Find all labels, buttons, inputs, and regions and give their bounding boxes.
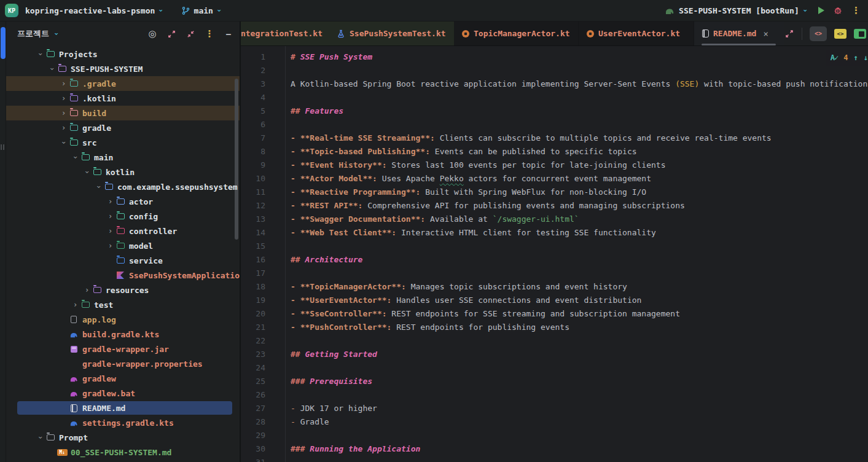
code-area[interactable]: # SSE Push SystemA Kotlin-based Spring B… — [286, 46, 868, 462]
collapse-window-icon[interactable] — [186, 29, 195, 39]
tree-item-config[interactable]: ›config — [6, 209, 240, 224]
tree-item-settings-gradle-kts[interactable]: settings.gradle.kts — [6, 415, 240, 430]
run-configuration-selector[interactable]: SSE-PUSH-SYSTEM [bootRun] › — [662, 4, 810, 17]
project-selector-button[interactable]: kopring-reactive-labs-psmon › — [23, 4, 166, 17]
tree-item-main[interactable]: ›main — [6, 150, 240, 165]
tree-item-app-log[interactable]: app.log — [6, 312, 240, 327]
code-line-8[interactable]: - **Topic-based Publishing**: Events can… — [291, 145, 868, 159]
tree-item-actor[interactable]: ›actor — [6, 194, 240, 209]
chevron-collapsed-icon[interactable]: › — [82, 286, 92, 294]
tree-item-src[interactable]: ›src — [6, 135, 240, 150]
code-line-24[interactable] — [291, 361, 868, 375]
hide-panel-icon[interactable]: — — [224, 29, 233, 39]
tree-item-projects[interactable]: ›Projects — [6, 47, 240, 61]
expand-editor-icon[interactable] — [784, 29, 794, 39]
more-actions-kebab-icon[interactable]: ⋮ — [851, 6, 861, 15]
code-line-28[interactable]: - Gradle — [291, 415, 868, 429]
code-line-15[interactable] — [291, 240, 868, 253]
panel-options-kebab-icon[interactable]: ⋮ — [205, 29, 214, 39]
editor-tab-usereventactor-kt[interactable]: UserEventActor.kt — [579, 22, 694, 45]
chevron-expanded-icon[interactable]: › — [48, 65, 57, 74]
editor-tab-topicmanageractor-kt[interactable]: TopicManagerActor.kt — [454, 22, 579, 45]
chevron-collapsed-icon[interactable]: › — [59, 79, 68, 88]
code-line-23[interactable]: ## Getting Started — [291, 348, 868, 361]
vcs-branch-button[interactable]: main › — [179, 4, 224, 17]
chevron-expanded-icon[interactable]: › — [60, 138, 68, 147]
code-line-6[interactable] — [291, 118, 868, 131]
code-line-17[interactable] — [291, 267, 868, 280]
tree-item-gradlew-bat[interactable]: gradlew.bat — [6, 386, 240, 401]
tree-item-gradle-wrapper-jar[interactable]: gradle-wrapper.jar — [6, 342, 240, 356]
code-line-18[interactable]: - **TopicManagerActor**: Manages topic s… — [291, 280, 868, 294]
chevron-collapsed-icon[interactable]: › — [59, 123, 68, 132]
editor-tab-integrationtest-kt[interactable]: eIntegrationTest.kt — [241, 22, 329, 45]
toolwindow-stripe-icon[interactable] — [1, 144, 4, 150]
tree-item-readme-md[interactable]: README.md — [6, 401, 240, 415]
markdown-editor-view-icon[interactable]: <> — [810, 26, 827, 41]
tree-item-service[interactable]: service — [6, 253, 240, 268]
code-line-5[interactable]: ## Features — [291, 104, 868, 118]
chevron-expanded-icon[interactable]: › — [36, 433, 45, 442]
markdown-preview-view-icon[interactable] — [854, 29, 866, 39]
code-line-30[interactable]: ### Running the Application — [291, 442, 868, 456]
chevron-collapsed-icon[interactable]: › — [59, 94, 68, 103]
code-line-1[interactable]: # SSE Push System — [291, 50, 868, 64]
code-line-11[interactable]: - **Reactive Programming**: Built with S… — [291, 186, 868, 199]
tree-item-build[interactable]: ›build — [6, 106, 240, 120]
editor-tab-ssepushsystemtest-kt[interactable]: SsePushSystemTest.kt — [329, 22, 454, 45]
code-line-2[interactable] — [291, 64, 868, 77]
tree-item-00-sse-push-system-md[interactable]: M↓00_SSE-PUSH-SYSTEM.md — [6, 445, 240, 460]
editor-body[interactable]: 1234567891011121314151617181920212223242… — [241, 46, 868, 462]
chevron-expanded-icon[interactable]: › — [71, 153, 80, 162]
tree-item-gradle[interactable]: ›.gradle — [6, 76, 240, 91]
chevron-collapsed-icon[interactable]: › — [59, 109, 68, 117]
code-line-29[interactable] — [291, 429, 868, 442]
chevron-expanded-icon[interactable]: › — [83, 168, 92, 177]
tree-item-kotlin[interactable]: ›.kotlin — [6, 91, 240, 106]
debug-button[interactable] — [833, 6, 843, 15]
code-line-13[interactable]: - **Swagger Documentation**: Available a… — [291, 213, 868, 226]
tree-item-com-example-ssepushsystem[interactable]: ›com.example.ssepushsystem — [6, 179, 240, 194]
editor-tab-readme-md[interactable]: README.md× — [694, 22, 784, 45]
code-line-25[interactable]: ### Prerequisites — [291, 375, 868, 388]
tree-item-kotlin[interactable]: ›kotlin — [6, 165, 240, 179]
previous-problem-arrow-icon[interactable]: ↑ — [854, 51, 858, 65]
code-line-7[interactable]: - **Real-time SSE Streaming**: Clients c… — [291, 131, 868, 145]
tree-scrollbar[interactable] — [235, 79, 238, 240]
code-line-21[interactable]: - **PushController**: REST endpoints for… — [291, 321, 868, 334]
code-line-19[interactable]: - **UserEventActor**: Handles user SSE c… — [291, 294, 868, 307]
code-line-14[interactable]: - **Web Test Client**: Interactive HTML … — [291, 226, 868, 240]
code-line-16[interactable]: ## Architecture — [291, 253, 868, 267]
spellcheck-icon[interactable]: A✓ — [831, 51, 838, 65]
chevron-expanded-icon[interactable]: › — [36, 50, 45, 59]
locate-file-icon[interactable]: ◎ — [147, 29, 157, 39]
tree-item-gradlew[interactable]: gradlew — [6, 371, 240, 386]
tree-item-controller[interactable]: ›controller — [6, 224, 240, 238]
chevron-collapsed-icon[interactable]: › — [106, 241, 115, 250]
tree-item-sse-push-system[interactable]: ›SSE-PUSH-SYSTEM — [6, 61, 240, 76]
close-tab-icon[interactable]: × — [763, 29, 768, 39]
expand-window-icon[interactable] — [166, 29, 176, 39]
tree-item-resources[interactable]: ›resources — [6, 283, 240, 297]
tree-item-gradle-wrapper-properties[interactable]: gradle-wrapper.properties — [6, 356, 240, 371]
tree-item-model[interactable]: ›model — [6, 238, 240, 253]
tree-item-build-gradle-kts[interactable]: build.gradle.kts — [6, 327, 240, 342]
chevron-down-icon[interactable]: › — [53, 31, 60, 36]
tree-item-ssepushsystemapplication-kt[interactable]: SsePushSystemApplication.kt — [6, 268, 240, 283]
code-line-10[interactable]: - **Actor Model**: Uses Apache Pekko act… — [291, 172, 868, 186]
code-line-9[interactable]: - **Event History**: Stores last 100 eve… — [291, 159, 868, 172]
code-line-3[interactable]: A Kotlin-based Spring Boot reactive appl… — [291, 77, 868, 91]
active-toolwindow-indicator[interactable] — [1, 27, 6, 59]
chevron-expanded-icon[interactable]: › — [95, 182, 103, 192]
code-line-27[interactable]: - JDK 17 or higher — [291, 402, 868, 415]
next-problem-arrow-icon[interactable]: ↓ — [864, 51, 868, 65]
code-line-26[interactable] — [291, 388, 868, 402]
code-line-4[interactable] — [291, 91, 868, 104]
run-button[interactable] — [818, 7, 824, 14]
markdown-split-view-icon[interactable]: <> — [834, 29, 846, 39]
code-line-12[interactable]: - **REST API**: Comprehensive API for pu… — [291, 199, 868, 213]
code-line-20[interactable]: - **SseController**: REST endpoints for … — [291, 307, 868, 321]
chevron-collapsed-icon[interactable]: › — [106, 197, 115, 206]
code-line-31[interactable] — [291, 456, 868, 462]
tree-item-gradle[interactable]: ›gradle — [6, 120, 240, 135]
